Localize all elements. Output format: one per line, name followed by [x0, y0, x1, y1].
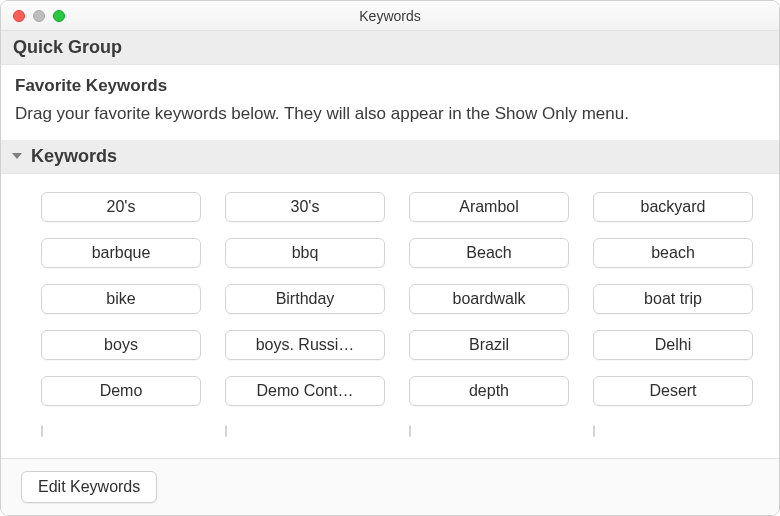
window-title: Keywords [1, 8, 779, 24]
keyword-button[interactable]: 30's [225, 192, 385, 222]
bottom-bar: Edit Keywords [1, 458, 779, 515]
keyword-button[interactable]: Delhi [593, 330, 753, 360]
keyword-button[interactable]: bike [41, 284, 201, 314]
keyword-button[interactable]: Beach [409, 238, 569, 268]
keyword-button[interactable]: Arambol [409, 192, 569, 222]
edit-keywords-button[interactable]: Edit Keywords [21, 471, 157, 503]
quick-group-header: Quick Group [1, 31, 779, 65]
keyword-button[interactable]: Brazil [409, 330, 569, 360]
favorites-description: Drag your favorite keywords below. They … [15, 101, 765, 127]
keyword-button[interactable]: depth [409, 376, 569, 406]
keyword-button[interactable]: bbq [225, 238, 385, 268]
favorites-blurb: Favorite Keywords Drag your favorite key… [1, 65, 779, 140]
keyword-button-partial[interactable] [41, 425, 43, 437]
keyword-button-partial[interactable] [225, 425, 227, 437]
keyword-button-partial[interactable] [409, 425, 411, 437]
keyword-button[interactable]: boat trip [593, 284, 753, 314]
keyword-button[interactable]: boys. Russi… [225, 330, 385, 360]
chevron-down-icon[interactable] [11, 150, 25, 164]
minimize-window-button[interactable] [33, 10, 45, 22]
close-window-button[interactable] [13, 10, 25, 22]
svg-marker-0 [12, 153, 22, 159]
keyword-button[interactable]: backyard [593, 192, 753, 222]
keyword-button[interactable]: Demo Cont… [225, 376, 385, 406]
keyword-button[interactable]: Birthday [225, 284, 385, 314]
favorites-title: Favorite Keywords [15, 73, 765, 99]
keyword-button[interactable]: 20's [41, 192, 201, 222]
keyword-button[interactable]: boys [41, 330, 201, 360]
keyword-button[interactable]: boardwalk [409, 284, 569, 314]
keywords-title: Keywords [31, 146, 117, 167]
quick-group-title: Quick Group [13, 37, 122, 58]
keyword-button[interactable]: beach [593, 238, 753, 268]
keywords-header[interactable]: Keywords [1, 140, 779, 174]
titlebar: Keywords [1, 1, 779, 31]
keyword-button-partial[interactable] [593, 425, 595, 437]
keywords-grid: 20's30'sArambolbackyardbarbquebbqBeachbe… [1, 174, 779, 440]
traffic-lights [1, 10, 65, 22]
keyword-button[interactable]: barbque [41, 238, 201, 268]
keywords-scroll-area[interactable]: 20's30'sArambolbackyardbarbquebbqBeachbe… [1, 174, 779, 458]
maximize-window-button[interactable] [53, 10, 65, 22]
keyword-button[interactable]: Demo [41, 376, 201, 406]
keyword-button[interactable]: Desert [593, 376, 753, 406]
